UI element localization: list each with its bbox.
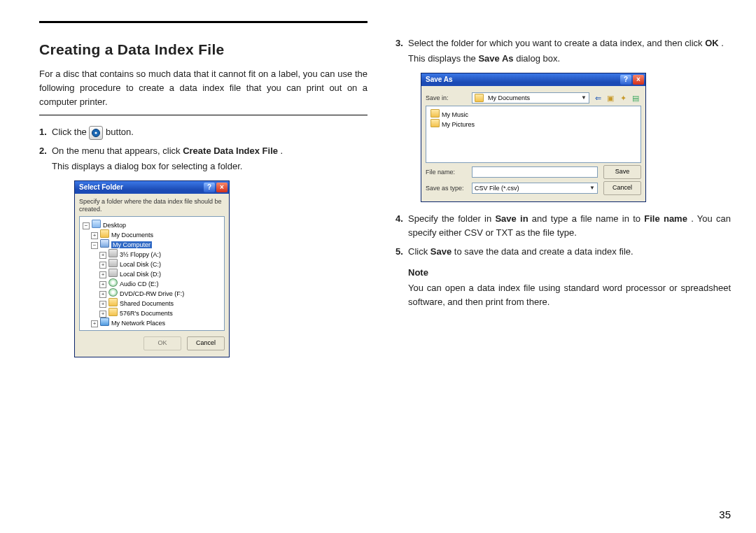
file-name-input[interactable] bbox=[472, 166, 598, 178]
step2-sub: This displays a dialog box for selecting… bbox=[52, 159, 368, 173]
note-heading: Note bbox=[408, 266, 731, 280]
save-button[interactable]: Save bbox=[603, 165, 641, 179]
views-icon[interactable]: ▤ bbox=[630, 92, 641, 104]
list-item[interactable]: My Pictures bbox=[442, 121, 475, 128]
step3-sub-a: This displays the bbox=[408, 53, 478, 64]
step1-post: button. bbox=[106, 127, 134, 137]
folder-icon bbox=[475, 94, 484, 102]
tree-drive-c[interactable]: Local Disk (C:) bbox=[120, 261, 161, 268]
dialog-titlebar: Save As ? × bbox=[421, 73, 645, 86]
step3-sub-c: dialog box. bbox=[516, 53, 560, 64]
step3-sub-b: Save As bbox=[478, 53, 513, 64]
tree-drive-f[interactable]: DVD/CD-RW Drive (F:) bbox=[120, 290, 184, 297]
step3-text-c: . bbox=[721, 38, 724, 48]
tree-drive-e[interactable]: Audio CD (E:) bbox=[120, 280, 159, 287]
step2-text-a: On the menu that appears, click bbox=[52, 145, 183, 156]
close-icon[interactable]: × bbox=[216, 183, 227, 192]
ok-button[interactable]: OK bbox=[144, 336, 181, 350]
folder-list[interactable]: My Music My Pictures bbox=[426, 106, 641, 163]
file-name-label: File name: bbox=[426, 169, 469, 176]
tree-mycomputer[interactable]: My Computer bbox=[111, 241, 152, 248]
page-number: 35 bbox=[719, 509, 731, 520]
disc-menu-icon bbox=[89, 126, 103, 140]
save-in-label: Save in: bbox=[426, 94, 469, 102]
step-3: 3. Select the folder for which you want … bbox=[396, 36, 731, 66]
tree-shared[interactable]: Shared Documents bbox=[120, 300, 174, 307]
step-1: 1. Click the button. bbox=[39, 125, 368, 140]
select-folder-dialog: Select Folder ? × Specify a folder where… bbox=[74, 180, 230, 357]
step4-d: File name bbox=[644, 213, 687, 224]
step2-text-c: . bbox=[281, 145, 284, 156]
save-as-dialog: Save As ? × Save in: My Documents ▼ ⇐ bbox=[421, 73, 646, 202]
save-in-value[interactable]: My Documents bbox=[488, 94, 579, 102]
step3-bold: OK bbox=[705, 38, 719, 48]
step5-b: Save bbox=[430, 246, 451, 257]
step-2: 2. On the menu that appears, click Creat… bbox=[39, 144, 368, 173]
dialog-titlebar: Select Folder ? × bbox=[75, 181, 229, 194]
save-type-label: Save as type: bbox=[426, 185, 469, 192]
divider bbox=[39, 115, 368, 115]
step4-a: Specify the folder in bbox=[408, 213, 495, 224]
intro-text: For a disc that contains so much data th… bbox=[39, 67, 368, 109]
dialog-title: Select Folder bbox=[79, 183, 123, 192]
chevron-down-icon[interactable]: ▼ bbox=[581, 94, 587, 101]
step4-b: Save in bbox=[495, 213, 528, 224]
tree-floppy[interactable]: 3½ Floppy (A:) bbox=[120, 251, 161, 258]
close-icon[interactable]: × bbox=[633, 75, 644, 85]
page-title: Creating a Data Index File bbox=[39, 38, 368, 62]
new-folder-icon[interactable]: ✦ bbox=[617, 92, 629, 104]
step1-pre: Click the bbox=[52, 127, 89, 137]
up-folder-icon[interactable]: ▣ bbox=[605, 92, 616, 104]
step4-c: and type a file name in to bbox=[532, 213, 644, 224]
tree-network[interactable]: My Network Places bbox=[111, 320, 165, 327]
tree-mydocs[interactable]: My Documents bbox=[111, 232, 153, 239]
cancel-button[interactable]: Cancel bbox=[603, 181, 641, 195]
dialog-hint: Specify a folder where the data index fi… bbox=[79, 198, 225, 213]
svg-point-1 bbox=[95, 132, 97, 134]
folder-tree[interactable]: −Desktop +My Documents −My Computer +3½ … bbox=[79, 216, 225, 331]
list-item[interactable]: My Music bbox=[442, 111, 468, 118]
back-icon[interactable]: ⇐ bbox=[592, 92, 603, 104]
dialog-title: Save As bbox=[426, 76, 453, 84]
help-icon[interactable]: ? bbox=[620, 75, 631, 85]
step2-command: Create Data Index File bbox=[183, 145, 278, 156]
help-icon[interactable]: ? bbox=[204, 183, 215, 192]
tree-desktop[interactable]: Desktop bbox=[103, 222, 126, 229]
step5-a: Click bbox=[408, 246, 430, 257]
divider bbox=[39, 21, 368, 23]
note-text: You can open a data index file using sta… bbox=[408, 281, 731, 309]
save-type-select[interactable]: CSV File (*.csv) bbox=[475, 185, 519, 192]
chevron-down-icon[interactable]: ▼ bbox=[589, 185, 595, 192]
step3-text-a: Select the folder for which you want to … bbox=[408, 38, 705, 48]
tree-userdocs[interactable]: 576R's Documents bbox=[120, 310, 173, 317]
step-4: 4. Specify the folder in Save in and typ… bbox=[396, 212, 731, 240]
step-5: 5. Click Save to save the data and creat… bbox=[396, 245, 731, 259]
cancel-button[interactable]: Cancel bbox=[187, 336, 225, 350]
tree-drive-d[interactable]: Local Disk (D:) bbox=[120, 271, 161, 278]
step5-c: to save the data and create a data index… bbox=[454, 246, 634, 257]
